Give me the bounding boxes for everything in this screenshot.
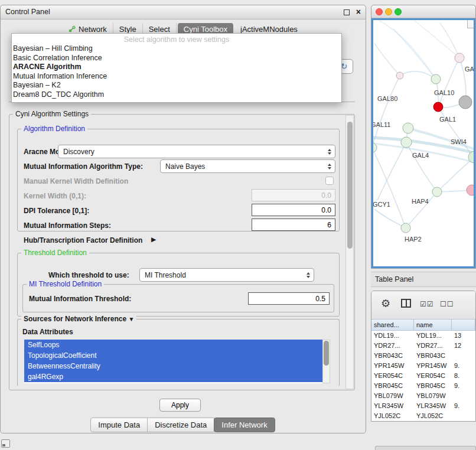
- column-header[interactable]: shared...: [371, 319, 414, 331]
- select-all-checkboxes-icon[interactable]: ☑☑: [420, 300, 434, 308]
- attribute-list-item[interactable]: gal4RGexp: [24, 371, 322, 382]
- apply-button[interactable]: Apply: [159, 399, 201, 412]
- table-cell: YBR045C: [414, 381, 452, 391]
- mac-close-button[interactable]: [376, 8, 383, 15]
- table-panel-title: Table Panel: [375, 275, 413, 283]
- table-cell: [452, 351, 475, 361]
- network-node[interactable]: [403, 123, 413, 133]
- table-row[interactable]: YBR043CYBR043C: [371, 351, 475, 361]
- settings-scrollbar-track[interactable]: [345, 115, 354, 389]
- network-window-titlebar[interactable]: [371, 5, 475, 18]
- dropdown-item-aracne-algorithm[interactable]: ARACNE Algorithm: [12, 63, 341, 72]
- attributes-scrollbar-thumb[interactable]: [324, 341, 329, 366]
- table-cell: YBR043C: [414, 351, 452, 361]
- chevron-down-icon[interactable]: ▼: [128, 316, 134, 322]
- network-canvas-area[interactable]: GALGAL80GAL10GAL11GAL1SWI4GAL4GCY1HAP4HA…: [371, 18, 475, 268]
- which-threshold-combo[interactable]: MI Threshold: [139, 268, 314, 282]
- hub-section-label: Hub/Transcription Factor Definition: [24, 236, 142, 244]
- restore-panel-icon[interactable]: [1, 439, 10, 448]
- mi-steps-label: Mutual Information Steps:: [24, 221, 111, 230]
- mac-minimize-button[interactable]: [385, 8, 392, 15]
- mac-zoom-button[interactable]: [395, 8, 402, 15]
- dropdown-item-bayesian-hill-climbing[interactable]: Bayesian – Hill Climbing: [12, 44, 341, 54]
- table-cell: YDR27...: [414, 341, 452, 351]
- table-cell: YLR345W: [371, 401, 414, 411]
- table-row[interactable]: YLR345WYLR345W9.: [371, 401, 475, 411]
- tab-label: Select: [149, 25, 170, 34]
- network-node[interactable]: [459, 96, 472, 109]
- node-label-swi4: SWI4: [451, 138, 467, 145]
- table-cell: YDR27...: [371, 341, 414, 351]
- attribute-list-item[interactable]: TopologicalCoefficient: [24, 350, 322, 361]
- deselect-all-checkboxes-icon[interactable]: ☐☐: [440, 300, 454, 308]
- chevron-right-icon[interactable]: ▶: [151, 236, 156, 243]
- mi-threshold-label: Mutual Information Threshold:: [29, 295, 131, 303]
- mi-algorithm-type-combo[interactable]: Naive Bayes: [160, 159, 335, 173]
- table-row[interactable]: YBL079WYBL079W: [371, 391, 475, 401]
- table-cell: 8.: [452, 371, 475, 381]
- close-window-icon[interactable]: ×: [356, 7, 361, 17]
- network-node[interactable]: [401, 137, 412, 148]
- network-scrollbar-fragment[interactable]: [467, 20, 474, 28]
- columns-icon[interactable]: [401, 299, 411, 308]
- window-title: Control Panel: [5, 8, 50, 16]
- table-row[interactable]: YJL052CYJL052C: [371, 411, 475, 421]
- threshold-definition-group: Threshold Definition Which threshold to …: [17, 253, 340, 317]
- column-header[interactable]: [452, 319, 475, 331]
- network-node[interactable]: [401, 223, 410, 233]
- dropdown-item-dream8-dc-tdc-algorithm[interactable]: Dream8 DC_TDC Algorithm: [12, 90, 341, 100]
- aracne-mode-combo[interactable]: Discovery: [58, 145, 335, 158]
- attribute-list-item[interactable]: SelfLoops: [24, 340, 322, 350]
- table-cell: 9.: [452, 361, 475, 371]
- kernel-width-field[interactable]: [252, 189, 335, 201]
- tab-infer-network[interactable]: Infer Network: [214, 418, 275, 432]
- dropdown-item-bayesian-k2[interactable]: Bayesian – K2: [12, 81, 341, 90]
- table-row[interactable]: YDL19...YDL19...13: [371, 331, 475, 341]
- sources-group: Sources for Network Inference ▼ Data Att…: [17, 319, 340, 386]
- collapsed-panel-edge[interactable]: [375, 446, 476, 450]
- node-label-gal11: GAL11: [373, 121, 390, 128]
- control-panel-titlebar[interactable]: Control Panel ×: [1, 5, 366, 19]
- tab-discretize-data[interactable]: Discretize Data: [147, 418, 214, 432]
- network-node[interactable]: [431, 74, 441, 84]
- network-edge: [414, 20, 459, 58]
- network-node[interactable]: [432, 187, 442, 197]
- network-node[interactable]: [455, 53, 464, 63]
- tab-impute-data[interactable]: Impute Data: [90, 418, 148, 432]
- table-row[interactable]: YER054CYER054C8.: [371, 371, 475, 381]
- tab-label: Network: [79, 25, 107, 34]
- algorithm-dropdown: Select algorithm to view settings Bayesi…: [11, 33, 342, 103]
- table-header-row: shared...name: [371, 319, 475, 331]
- aracne-mode-value: Discovery: [63, 148, 94, 156]
- attribute-list-item[interactable]: BetweennessCentrality: [24, 361, 322, 371]
- table-panel-header-bar: Table Panel: [371, 272, 476, 287]
- float-window-icon[interactable]: [344, 9, 350, 15]
- table-row[interactable]: YBR045CYBR045C9.: [371, 381, 475, 391]
- dpi-tolerance-field[interactable]: [252, 204, 335, 216]
- table-cell: YJL052C: [371, 411, 414, 421]
- mi-steps-field[interactable]: [252, 219, 335, 231]
- tab-label: Style: [119, 25, 136, 34]
- gear-icon[interactable]: ⚙: [381, 297, 390, 310]
- table-body: YDL19...YDL19...13YDR27...YDR27...12YBR0…: [371, 331, 475, 421]
- settings-scrollbar-thumb[interactable]: [347, 122, 353, 249]
- network-node[interactable]: [396, 72, 403, 79]
- network-canvas[interactable]: GALGAL80GAL10GAL11GAL1SWI4GAL4GCY1HAP4HA…: [373, 20, 475, 268]
- table-cell: YBL079W: [414, 391, 452, 401]
- table-cell: YER054C: [414, 371, 452, 381]
- table-row[interactable]: YPR145WYPR145W9.: [371, 361, 475, 371]
- manual-kernel-width-checkbox[interactable]: [325, 177, 334, 185]
- dropdown-item-basic-correlation-inference[interactable]: Basic Correlation Inference: [12, 54, 341, 63]
- mi-threshold-field[interactable]: [248, 292, 330, 305]
- node-label-gal4: GAL4: [412, 152, 429, 159]
- network-node[interactable]: [433, 102, 443, 112]
- column-header[interactable]: name: [414, 319, 452, 331]
- table-row[interactable]: YDR27...YDR27...12: [371, 341, 475, 351]
- which-threshold-value: MI Threshold: [145, 271, 186, 279]
- dropdown-item-mutual-information-inference[interactable]: Mutual Information Inference: [12, 72, 341, 81]
- tab-label: jActiveMNodules: [240, 25, 298, 34]
- attributes-scrollbar-track[interactable]: [322, 340, 330, 383]
- network-node[interactable]: [467, 185, 475, 195]
- table-cell: 13: [452, 331, 475, 341]
- table-cell: 12: [452, 341, 475, 351]
